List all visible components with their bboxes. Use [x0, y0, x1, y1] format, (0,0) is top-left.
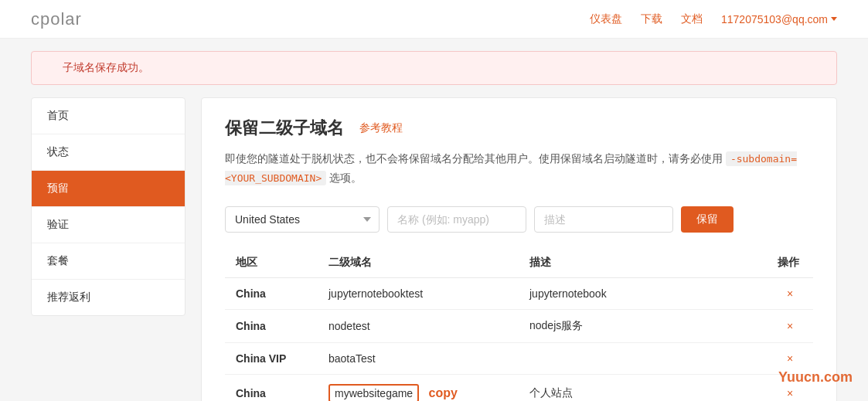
- col-domain: 二级域名: [318, 248, 519, 278]
- main-layout: 首页 状态 预留 验证 套餐 推荐返利 保留二级子域名 参考教程 即使您的隧道处…: [31, 97, 837, 401]
- save-button[interactable]: 保留: [681, 206, 734, 233]
- sidebar-item-plan[interactable]: 套餐: [32, 243, 185, 280]
- desc-text-2: 选项。: [329, 172, 362, 184]
- delete-button[interactable]: ×: [787, 320, 793, 332]
- cell-desc: 个人站点: [519, 375, 767, 401]
- sidebar-item-reserve[interactable]: 预留: [32, 171, 185, 207]
- table-row: China VIPbaotaTest×: [225, 343, 813, 375]
- sidebar-item-verify[interactable]: 验证: [32, 207, 185, 243]
- name-input[interactable]: [387, 206, 526, 233]
- delete-button[interactable]: ×: [787, 352, 793, 365]
- header: cpolar 仪表盘 下载 文档 1172075103@qq.com: [0, 0, 868, 39]
- form-row: United States China China VIP 保留: [225, 206, 813, 233]
- user-email: 1172075103@qq.com: [721, 13, 828, 25]
- nav: 仪表盘 下载 文档 1172075103@qq.com: [590, 12, 837, 26]
- cell-region: China: [225, 310, 318, 343]
- user-menu[interactable]: 1172075103@qq.com: [721, 13, 837, 25]
- table-row: Chinamywebsitegame copy个人站点×: [225, 375, 813, 401]
- cell-region: China: [225, 375, 318, 401]
- highlighted-domain: mywebsitegame: [328, 384, 419, 401]
- sidebar-item-referral[interactable]: 推荐返利: [32, 280, 185, 315]
- delete-button[interactable]: ×: [787, 287, 793, 300]
- col-region: 地区: [225, 248, 318, 278]
- logo: cpolar: [31, 9, 82, 29]
- success-banner: 子域名保存成功。: [31, 51, 837, 85]
- sidebar-item-home[interactable]: 首页: [32, 98, 185, 134]
- sidebar: 首页 状态 预留 验证 套餐 推荐返利: [31, 97, 186, 316]
- page-title: 保留二级子域名: [225, 117, 344, 140]
- sidebar-item-status[interactable]: 状态: [32, 134, 185, 171]
- table-row: Chinanodetestnodejs服务×: [225, 310, 813, 343]
- cell-domain: jupyternotebooktest: [318, 278, 519, 310]
- content-description: 即使您的隧道处于脱机状态，也不会将保留域名分配给其他用户。使用保留域名启动隧道时…: [225, 149, 813, 188]
- cell-region: China VIP: [225, 343, 318, 375]
- table-header-row: 地区 二级域名 描述 操作: [225, 248, 813, 278]
- cell-action: ×: [767, 310, 813, 343]
- data-table: 地区 二级域名 描述 操作 Chinajupyternotebooktestju…: [225, 248, 813, 401]
- ref-link[interactable]: 参考教程: [359, 121, 403, 135]
- col-action: 操作: [767, 248, 813, 278]
- cell-action: ×: [767, 278, 813, 310]
- nav-dashboard[interactable]: 仪表盘: [590, 12, 622, 26]
- desc-input[interactable]: [534, 206, 673, 233]
- delete-button[interactable]: ×: [787, 387, 793, 399]
- cell-domain: mywebsitegame copy: [318, 375, 519, 401]
- region-select[interactable]: United States China China VIP: [225, 206, 380, 233]
- cell-domain: baotaTest: [318, 343, 519, 375]
- chevron-down-icon: [831, 17, 837, 21]
- cell-domain: nodetest: [318, 310, 519, 343]
- cell-desc: jupyternotebook: [519, 278, 767, 310]
- copy-button[interactable]: copy: [425, 386, 458, 399]
- cell-desc: [519, 343, 767, 375]
- watermark: Yuucn.com: [778, 369, 853, 386]
- cell-region: China: [225, 278, 318, 310]
- nav-docs[interactable]: 文档: [681, 12, 703, 26]
- cell-desc: nodejs服务: [519, 310, 767, 343]
- col-desc: 描述: [519, 248, 767, 278]
- table-row: Chinajupyternotebooktestjupyternotebook×: [225, 278, 813, 310]
- content-header: 保留二级子域名 参考教程: [225, 117, 813, 140]
- content: 保留二级子域名 参考教程 即使您的隧道处于脱机状态，也不会将保留域名分配给其他用…: [201, 97, 837, 401]
- nav-download[interactable]: 下载: [641, 12, 662, 26]
- desc-text-1: 即使您的隧道处于脱机状态，也不会将保留域名分配给其他用户。使用保留域名启动隧道时…: [225, 152, 723, 165]
